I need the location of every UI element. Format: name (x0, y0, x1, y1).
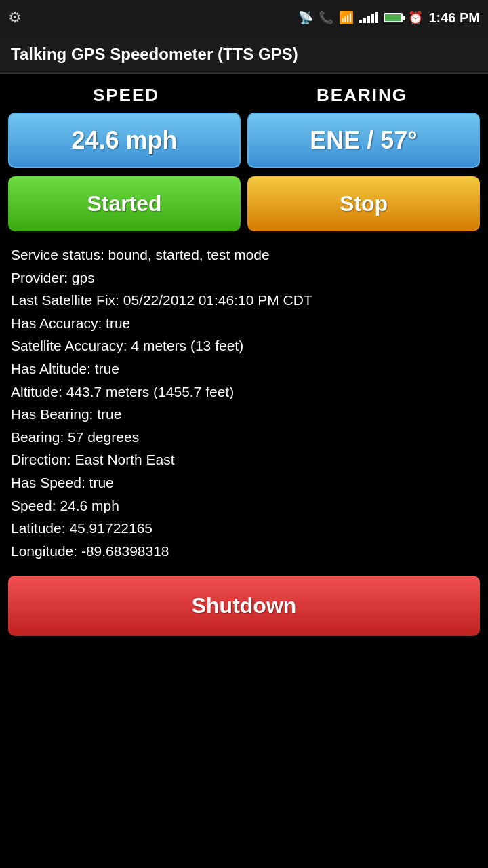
gear-icon: ⚙ (8, 9, 22, 26)
has-accuracy: Has Accuracy: true (11, 312, 477, 335)
app-title: Talking GPS Speedometer (TTS GPS) (11, 45, 298, 63)
speed: Speed: 24.6 mph (11, 494, 477, 517)
battery-icon (384, 13, 403, 22)
provider: Provider: gps (11, 267, 477, 290)
latitude: Latitude: 45.91722165 (11, 517, 477, 540)
started-button[interactable]: Started (8, 176, 241, 231)
service-status: Service status: bound, started, test mod… (11, 243, 477, 267)
shutdown-button[interactable]: Shutdown (8, 576, 480, 636)
wifi-icon: 📶 (339, 10, 354, 25)
has-speed: Has Speed: true (11, 471, 477, 494)
metrics-values: 24.6 mph ENE / 57° (8, 113, 480, 168)
signal-icon (359, 12, 378, 23)
speed-value: 24.6 mph (71, 126, 177, 154)
status-info: Service status: bound, started, test mod… (8, 243, 480, 562)
metrics-header: SPEED BEARING (8, 85, 480, 106)
status-bar-left: ⚙ (8, 9, 22, 26)
has-bearing: Has Bearing: true (11, 403, 477, 426)
bearing-box: ENE / 57° (247, 113, 480, 168)
has-altitude: Has Altitude: true (11, 357, 477, 380)
last-fix: Last Satellite Fix: 05/22/2012 01:46:10 … (11, 289, 477, 312)
alarm-icon: ⏰ (408, 10, 423, 25)
direction: Direction: East North East (11, 448, 477, 471)
status-bar: ⚙ 📡 📞 📶 ⏰ 1:46 PM (0, 0, 488, 35)
title-bar: Talking GPS Speedometer (TTS GPS) (0, 35, 488, 74)
bearing: Bearing: 57 degrees (11, 426, 477, 449)
action-buttons: Started Stop (8, 176, 480, 231)
speed-box: 24.6 mph (8, 113, 241, 168)
longitude: Longitude: -89.68398318 (11, 540, 477, 563)
bearing-label: BEARING (244, 85, 480, 106)
phone-icon: 📞 (319, 10, 333, 25)
broadcast-icon: 📡 (298, 10, 313, 25)
altitude: Altitude: 443.7 meters (1455.7 feet) (11, 380, 477, 403)
status-time: 1:46 PM (428, 10, 480, 26)
bearing-value: ENE / 57° (310, 126, 417, 154)
main-content: SPEED BEARING 24.6 mph ENE / 57° Started… (0, 74, 488, 658)
stop-button[interactable]: Stop (247, 176, 480, 231)
satellite-accuracy: Satellite Accuracy: 4 meters (13 feet) (11, 334, 477, 357)
status-bar-right: 📡 📞 📶 ⏰ 1:46 PM (298, 10, 480, 26)
speed-label: SPEED (8, 85, 244, 106)
